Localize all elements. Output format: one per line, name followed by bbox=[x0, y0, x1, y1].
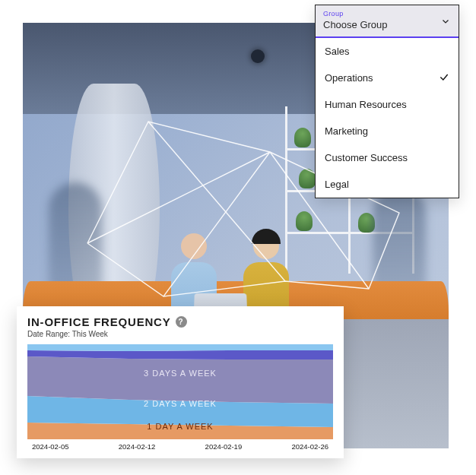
info-icon[interactable]: ? bbox=[176, 316, 187, 328]
group-dropdown-header[interactable]: Group Choose Group bbox=[316, 5, 459, 38]
stacked-area-chart: 3 DAYS A WEEK 2 DAYS A WEEK 1 DAY A WEEK bbox=[27, 344, 333, 439]
group-option-label: Legal bbox=[325, 179, 349, 190]
chart-title: IN-OFFICE FREQUENCY bbox=[27, 315, 171, 328]
group-option-sales[interactable]: Sales bbox=[316, 38, 459, 65]
group-option-label: Sales bbox=[325, 46, 350, 57]
band-5days bbox=[27, 344, 333, 351]
svg-line-1 bbox=[163, 152, 270, 296]
group-option-label: Human Resources bbox=[325, 99, 407, 110]
group-option-marketing[interactable]: Marketing bbox=[316, 118, 459, 144]
group-option-label: Operations bbox=[325, 72, 373, 84]
group-option-operations[interactable]: Operations bbox=[316, 65, 459, 91]
band-label-1day: 1 DAY A WEEK bbox=[27, 422, 333, 431]
x-tick: 2024-02-05 bbox=[32, 442, 69, 451]
x-tick: 2024-02-12 bbox=[119, 442, 156, 451]
group-option-label: Marketing bbox=[325, 125, 368, 137]
group-dropdown-label: Group bbox=[323, 10, 451, 17]
group-option-customer-success[interactable]: Customer Success bbox=[316, 144, 459, 171]
chart-title-row: IN-OFFICE FREQUENCY ? bbox=[27, 315, 333, 328]
chevron-down-icon bbox=[440, 16, 451, 29]
group-dropdown[interactable]: Group Choose Group Sales Operations Huma… bbox=[315, 5, 459, 198]
band-label-3days: 3 DAYS A WEEK bbox=[27, 369, 333, 378]
group-option-label: Customer Success bbox=[325, 152, 408, 163]
chart-date-range: Date Range: This Week bbox=[27, 330, 333, 338]
chart-x-axis: 2024-02-05 2024-02-12 2024-02-19 2024-02… bbox=[27, 439, 333, 451]
check-icon bbox=[439, 71, 449, 84]
x-tick: 2024-02-19 bbox=[205, 442, 243, 451]
svg-line-3 bbox=[87, 152, 270, 243]
group-option-human-resources[interactable]: Human Resources bbox=[316, 91, 459, 118]
svg-line-0 bbox=[148, 122, 285, 281]
in-office-frequency-card: IN-OFFICE FREQUENCY ? Date Range: This W… bbox=[17, 306, 344, 458]
group-option-legal[interactable]: Legal bbox=[316, 171, 459, 198]
band-3days bbox=[27, 356, 333, 404]
group-dropdown-selected: Choose Group bbox=[323, 19, 451, 30]
band-label-2days: 2 DAYS A WEEK bbox=[27, 399, 333, 408]
x-tick: 2024-02-26 bbox=[291, 442, 328, 451]
